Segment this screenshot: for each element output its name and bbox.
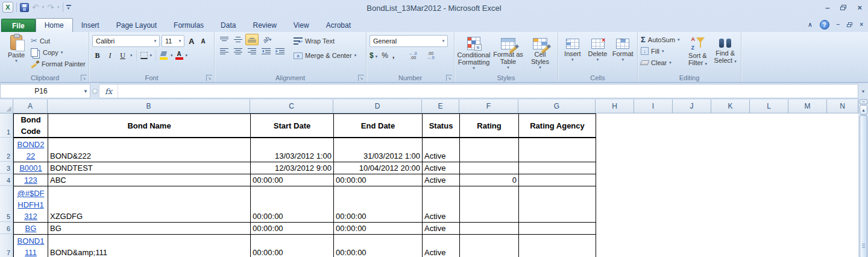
find-select-button[interactable]: Find & Select ▾ — [711, 34, 739, 73]
cell-B5[interactable]: XZGDFG — [48, 186, 251, 223]
name-box[interactable]: P16 ▼ — [0, 84, 90, 98]
underline-button[interactable]: U — [118, 50, 128, 62]
help-icon[interactable]: ? — [820, 20, 829, 30]
cell-G7[interactable] — [519, 235, 596, 257]
sort-filter-button[interactable]: AZ Sort & Filter ▾ — [684, 34, 712, 73]
cell-E6[interactable]: Active — [423, 223, 460, 235]
cell-E3[interactable]: Active — [423, 162, 460, 174]
fill-button[interactable]: ↓ Fill ▾ — [640, 45, 684, 57]
column-header-G[interactable]: G — [518, 100, 596, 113]
tab-data[interactable]: Data — [212, 19, 244, 32]
cell-A6[interactable]: BG — [14, 223, 48, 235]
cell-D7[interactable]: 00:00:00 — [334, 235, 423, 257]
wrap-text-button[interactable]: ↩ Wrap Text — [292, 34, 357, 48]
copy-button[interactable]: Copy ▾ — [30, 46, 87, 58]
font-color-button[interactable]: A — [175, 51, 183, 60]
format-cells-button[interactable]: ↔ Format ▾ — [610, 34, 635, 73]
workbook-restore-icon[interactable] — [847, 22, 852, 27]
column-header-J[interactable]: J — [673, 100, 711, 113]
align-left-button[interactable] — [218, 45, 231, 57]
name-box-dropdown-icon[interactable]: ▼ — [81, 89, 90, 94]
cell-G5[interactable] — [519, 186, 596, 223]
cell-D3[interactable]: 10/04/2012 20:00 — [334, 162, 423, 174]
shrink-font-button[interactable]: A — [201, 38, 205, 45]
align-top-button[interactable] — [218, 34, 231, 45]
cell-F2[interactable] — [460, 138, 519, 162]
cell-A7[interactable]: BOND1 111 — [14, 235, 48, 257]
accounting-format-button[interactable]: $ ▾ — [370, 51, 377, 60]
cell-B3[interactable]: BONDTEST — [48, 162, 251, 174]
scroll-up-icon[interactable]: ▲ — [860, 105, 867, 115]
workbook-minimize-icon[interactable]: – — [837, 21, 840, 28]
font-size-combo[interactable]: 11 ▾ — [162, 35, 184, 47]
cell-C1[interactable]: Start Date — [251, 114, 334, 138]
cell-F7[interactable] — [460, 235, 519, 257]
delete-cells-button[interactable]: × Delete ▾ — [585, 34, 611, 73]
conditional-formatting-button[interactable]: ≶ Conditional Formatting ▾ — [456, 34, 491, 73]
fill-color-button[interactable] — [160, 51, 168, 60]
number-format-combo[interactable]: General ▾ — [370, 35, 448, 47]
clear-button[interactable]: Clear ▾ — [640, 57, 684, 68]
autosum-button[interactable]: Σ AutoSum ▾ — [640, 34, 684, 45]
border-button[interactable] — [140, 52, 148, 59]
cell-E7[interactable]: Active — [423, 235, 460, 257]
cell-F3[interactable] — [460, 162, 519, 174]
cell-A1[interactable]: Bond Code — [14, 114, 48, 138]
column-header-M[interactable]: M — [788, 100, 827, 113]
increase-indent-button[interactable] — [273, 45, 286, 57]
cell-D1[interactable]: End Date — [334, 114, 423, 138]
border-dropdown-icon[interactable]: ▾ — [150, 53, 153, 58]
font-dialog-launcher-icon[interactable]: ↘ — [206, 75, 212, 81]
tab-formulas[interactable]: Formulas — [165, 19, 212, 32]
cell-E5[interactable]: Active — [423, 186, 460, 223]
cell-D4[interactable]: 00:00:00 — [334, 174, 423, 186]
column-header-B[interactable]: B — [48, 100, 250, 113]
font-color-dropdown-icon[interactable]: ▾ — [186, 53, 188, 58]
number-dialog-launcher-icon[interactable]: ↘ — [446, 75, 452, 81]
cut-button[interactable]: ✂ Cut — [30, 35, 87, 46]
row-header-2[interactable]: 2 — [0, 138, 13, 162]
grow-font-button[interactable]: A — [189, 37, 194, 46]
cell-D2[interactable]: 31/03/2012 1:00 — [334, 138, 423, 162]
cell-B6[interactable]: BG — [48, 223, 251, 235]
column-header-L[interactable]: L — [750, 100, 788, 113]
column-header-F[interactable]: F — [459, 100, 518, 113]
decrease-indent-button[interactable] — [259, 45, 272, 57]
format-as-table-button[interactable]: Format as Table ▾ — [491, 34, 525, 73]
fill-color-dropdown-icon[interactable]: ▾ — [171, 53, 173, 58]
row-header-3[interactable]: 3 — [0, 162, 13, 174]
cell-F4[interactable]: 0 — [460, 174, 519, 186]
cell-G4[interactable] — [519, 174, 596, 186]
row-header-4[interactable]: 4 — [0, 174, 13, 186]
formula-bar-grip[interactable] — [90, 84, 99, 98]
row-header-6[interactable]: 6 — [0, 222, 13, 234]
cell-C2[interactable]: 13/03/2012 1:00 — [251, 138, 334, 162]
increase-decimal-button[interactable]: ←.0.00 — [406, 51, 420, 60]
tab-page-layout[interactable]: Page Layout — [108, 19, 165, 32]
clipboard-dialog-launcher-icon[interactable]: ↘ — [81, 75, 87, 81]
column-header-K[interactable]: K — [711, 100, 750, 113]
cell-styles-button[interactable]: Cell Styles ▾ — [525, 34, 555, 73]
tab-file[interactable]: File — [1, 19, 36, 32]
cell-F6[interactable] — [460, 223, 519, 235]
align-middle-button[interactable] — [231, 34, 245, 45]
align-right-button[interactable] — [245, 45, 259, 57]
merge-center-button[interactable]: a Merge & Center ▾ — [292, 48, 357, 63]
cell-C5[interactable]: 00:00:00 — [251, 186, 334, 223]
cell-E2[interactable]: Active — [423, 138, 460, 162]
alignment-dialog-launcher-icon[interactable]: ↘ — [358, 75, 364, 81]
tab-review[interactable]: Review — [244, 19, 285, 32]
orientation-button[interactable]: ab ▾ — [259, 34, 275, 45]
font-family-combo[interactable]: Calibri ▾ — [92, 35, 160, 47]
formula-input[interactable] — [118, 84, 858, 98]
column-header-A[interactable]: A — [13, 100, 48, 113]
collapse-ribbon-icon[interactable]: ∧ — [808, 21, 812, 28]
cell-G1[interactable]: Rating Agency — [519, 114, 596, 138]
cell-C4[interactable]: 00:00:00 — [251, 174, 334, 186]
cell-G3[interactable] — [519, 162, 596, 174]
row-header-1[interactable]: 1 — [0, 113, 13, 138]
cell-B2[interactable]: BOND&222 — [48, 138, 251, 162]
insert-function-icon[interactable]: fx — [99, 84, 118, 98]
cell-G6[interactable] — [519, 223, 596, 235]
cell-D5[interactable]: 00:00:00 — [334, 186, 423, 223]
